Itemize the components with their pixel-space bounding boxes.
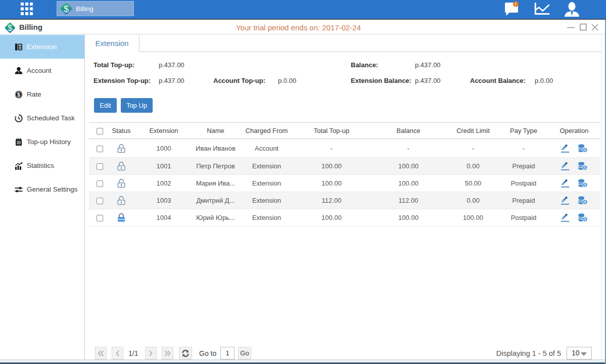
svg-text:!: ! bbox=[515, 2, 517, 7]
svg-text:$: $ bbox=[64, 4, 69, 14]
svg-text:$: $ bbox=[17, 91, 20, 97]
